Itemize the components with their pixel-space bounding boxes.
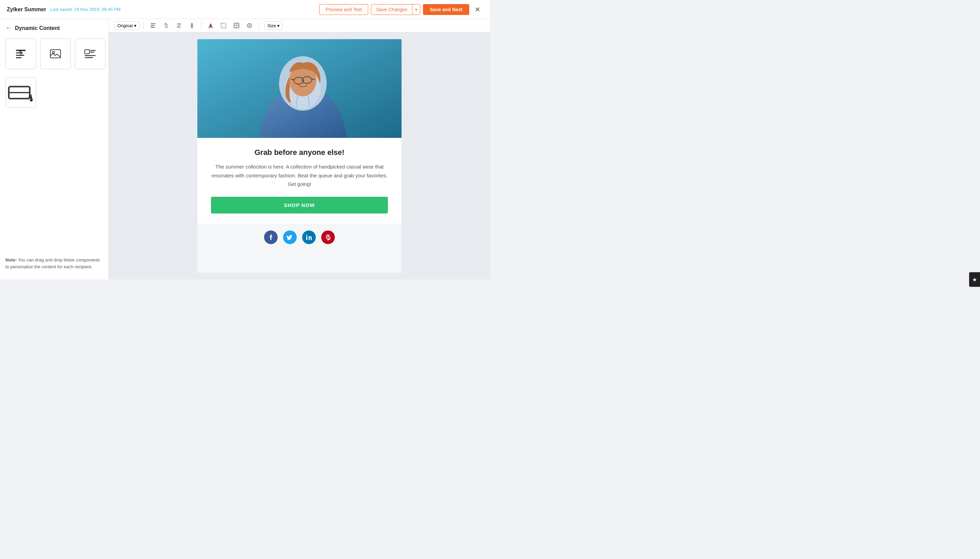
interactive-component[interactable]: [5, 77, 36, 108]
background-icon: [208, 23, 214, 28]
anchor-icon: [189, 23, 195, 28]
table-button[interactable]: [231, 21, 242, 30]
link-icon: [163, 23, 169, 28]
background-button[interactable]: [206, 21, 216, 30]
svg-rect-42: [306, 236, 307, 240]
svg-point-19: [191, 23, 193, 25]
unlink-button[interactable]: [174, 21, 184, 30]
unlink-icon: [176, 23, 182, 28]
original-dropdown[interactable]: Original ▾: [114, 22, 140, 30]
image-text-component[interactable]: [75, 38, 106, 69]
hero-svg: [197, 39, 401, 138]
anchor-button[interactable]: [187, 21, 197, 30]
svg-rect-7: [85, 50, 89, 54]
facebook-icon[interactable]: [264, 230, 278, 244]
link-button[interactable]: [161, 21, 171, 30]
size-chevron-icon: ▾: [277, 23, 280, 28]
content-area: Original ▾: [109, 19, 490, 280]
twitter-svg: [287, 234, 293, 241]
shop-now-button[interactable]: SHOP NOW: [211, 197, 388, 213]
note-label: Note:: [5, 257, 16, 263]
svg-rect-10: [85, 55, 96, 56]
linkedin-svg: [305, 234, 312, 241]
align-button[interactable]: [148, 21, 158, 30]
note-text: You can drag and drop these components t…: [5, 257, 100, 269]
svg-rect-9: [90, 52, 94, 53]
components-grid: ¶: [5, 38, 103, 69]
save-changes-dropdown-button[interactable]: ▾: [412, 4, 420, 15]
align-icon: [150, 23, 156, 28]
close-button[interactable]: ✕: [472, 4, 483, 15]
effects-button[interactable]: [244, 21, 254, 30]
second-row-components: [5, 73, 103, 108]
header-left: Zylker Summer Last saved: 24 Nov 2019, 0…: [7, 7, 120, 13]
main-layout: ← Dynamic Content ¶: [0, 19, 490, 280]
effects-icon: [246, 23, 252, 28]
svg-rect-16: [151, 25, 154, 26]
header-actions: Preview and Test Save Changes ▾ Save and…: [319, 4, 483, 15]
save-changes-group: Save Changes ▾: [371, 4, 420, 15]
sidebar: ← Dynamic Content ¶: [0, 19, 109, 280]
sidebar-note: Note: You can drag and drop these compon…: [5, 253, 103, 274]
svg-text:¶: ¶: [19, 49, 23, 56]
interactive-icon: [6, 78, 36, 108]
save-changes-button[interactable]: Save Changes: [371, 4, 412, 15]
size-dropdown[interactable]: Size ▾: [264, 22, 283, 30]
facebook-svg: [267, 234, 274, 241]
sidebar-header: ← Dynamic Content: [5, 25, 103, 31]
toolbar-divider-3: [259, 22, 259, 30]
email-preview: Grab before anyone else! The summer coll…: [197, 39, 401, 273]
campaign-title: Zylker Summer: [7, 7, 46, 13]
svg-line-39: [302, 80, 304, 81]
sidebar-title: Dynamic Content: [15, 25, 60, 31]
email-body-text: The summer collection is here. A collect…: [211, 162, 388, 189]
pinterest-icon[interactable]: [321, 230, 335, 244]
last-saved-text: Last saved: 24 Nov 2019, 09:45 PM: [50, 7, 121, 12]
svg-point-6: [53, 51, 54, 53]
social-row: [197, 224, 401, 251]
linkedin-icon[interactable]: [302, 230, 316, 244]
select-icon: [221, 23, 227, 28]
pinterest-svg: [325, 234, 332, 241]
svg-point-43: [306, 235, 308, 236]
header: Zylker Summer Last saved: 24 Nov 2019, 0…: [0, 0, 490, 19]
table-icon: [233, 23, 239, 28]
dropdown-chevron-icon: ▾: [134, 23, 137, 28]
svg-rect-23: [221, 23, 226, 28]
image-text-icon: [83, 47, 97, 61]
image-component[interactable]: [40, 38, 71, 69]
svg-rect-15: [151, 23, 155, 24]
toolbar: Original ▾: [109, 19, 490, 32]
svg-rect-3: [16, 57, 21, 58]
toolbar-divider-1: [144, 22, 144, 30]
sidebar-back-button[interactable]: ←: [5, 25, 12, 31]
text-component[interactable]: ¶: [5, 38, 36, 69]
svg-rect-8: [90, 50, 96, 51]
twitter-icon[interactable]: [283, 230, 297, 244]
canvas-area: Grab before anyone else! The summer coll…: [109, 32, 490, 280]
image-icon: [49, 47, 62, 61]
text-icon: ¶: [14, 47, 28, 61]
original-label: Original: [117, 23, 133, 28]
preview-test-button[interactable]: Preview and Test: [319, 4, 368, 15]
select-button[interactable]: [218, 21, 229, 30]
save-next-button[interactable]: Save and Next: [423, 4, 469, 15]
toolbar-divider-2: [201, 22, 201, 30]
email-body: Grab before anyone else! The summer coll…: [197, 138, 401, 224]
svg-rect-11: [85, 57, 93, 58]
size-label: Size: [267, 23, 276, 28]
svg-point-14: [30, 99, 33, 102]
svg-rect-17: [151, 27, 155, 28]
email-headline: Grab before anyone else!: [211, 148, 388, 157]
svg-rect-22: [208, 27, 213, 28]
svg-point-28: [248, 25, 251, 26]
hero-image: [197, 39, 401, 138]
svg-rect-5: [50, 50, 61, 58]
